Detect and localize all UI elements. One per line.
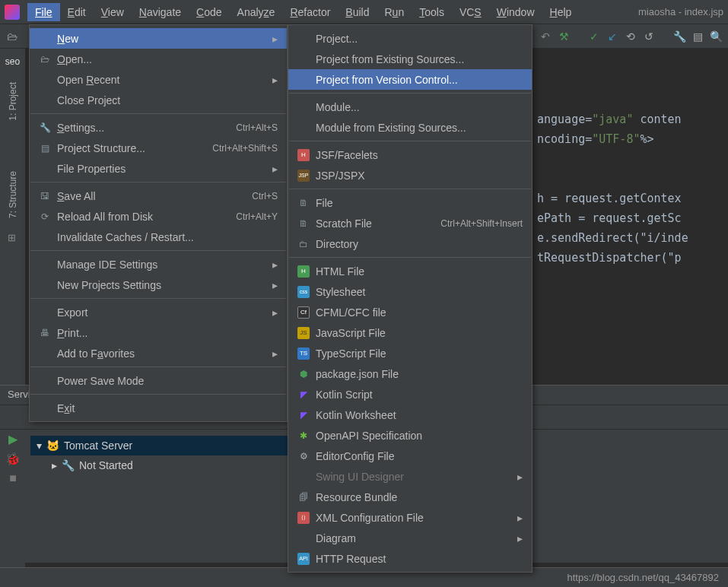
file-settings[interactable]: 🔧Settings...Ctrl+Alt+S	[30, 117, 287, 138]
new-directory[interactable]: 🗀Directory	[288, 233, 532, 254]
file-new-projects-settings[interactable]: ·New Projects Settings▸	[30, 274, 287, 295]
chevron-right-icon: ▸	[272, 163, 278, 175]
file-open-recent[interactable]: ·Open Recent▸	[30, 69, 287, 90]
file-power-save[interactable]: ·Power Save Mode	[30, 370, 287, 391]
file-open[interactable]: 🗁Open...	[30, 49, 287, 69]
back-icon[interactable]: ↶	[539, 30, 552, 43]
app-logo-icon	[5, 5, 20, 20]
save-icon: 🖫	[39, 190, 51, 202]
check-icon[interactable]: ✓	[588, 30, 600, 43]
menu-refactor[interactable]: Refactor	[282, 3, 338, 21]
kotlin-ws-icon: ◤	[297, 409, 310, 421]
jsf-icon: H	[297, 149, 310, 161]
file-invalidate[interactable]: ·Invalidate Caches / Restart...	[30, 227, 287, 247]
window-title: miaosha - index.jsp	[638, 6, 723, 17]
new-xml-config[interactable]: ⟨⟩XML Configuration File▸	[288, 507, 532, 528]
project-structure-icon: ▤	[39, 142, 51, 154]
tree-label: Not Started	[79, 459, 133, 471]
wrench-icon: 🔧	[62, 459, 75, 471]
file-print[interactable]: 🖶Print...	[30, 322, 287, 343]
menu-file[interactable]: File	[27, 3, 60, 21]
file-save-all[interactable]: 🖫Save AllCtrl+S	[30, 186, 287, 206]
menu-vcs[interactable]: VCS	[452, 3, 489, 21]
menu-tools[interactable]: Tools	[412, 3, 452, 21]
file-project-structure[interactable]: ▤Project Structure...Ctrl+Alt+Shift+S	[30, 138, 287, 158]
menu-build[interactable]: Build	[338, 3, 377, 21]
new-jsp[interactable]: JSPJSP/JSPX	[288, 165, 532, 186]
directory-icon: 🗀	[297, 238, 310, 250]
menu-code[interactable]: Code	[189, 3, 229, 21]
new-swing[interactable]: ·Swing UI Designer▸	[288, 466, 532, 487]
menu-navigate[interactable]: Navigate	[132, 3, 189, 21]
revert-icon[interactable]: ↺	[643, 30, 655, 43]
new-project-existing[interactable]: ·Project from Existing Sources...	[288, 49, 532, 69]
tree-label: Tomcat Server	[64, 439, 132, 452]
hammer-icon[interactable]: ⚒	[558, 30, 570, 43]
menu-window[interactable]: Window	[489, 3, 542, 21]
new-resource-bundle[interactable]: 🗐Resource Bundle	[288, 487, 532, 507]
menu-analyze[interactable]: Analyze	[230, 3, 283, 21]
new-js[interactable]: JSJavaScript File	[288, 322, 532, 343]
stop-icon[interactable]: ■	[7, 472, 19, 484]
open-folder-icon[interactable]: 🗁	[6, 30, 18, 43]
tab-seo[interactable]: seo	[1, 55, 24, 68]
new-stylesheet[interactable]: cssStylesheet	[288, 281, 532, 302]
xml-icon: ⟨⟩	[297, 512, 310, 524]
chevron-right-icon: ▸	[272, 347, 278, 360]
chevron-right-icon: ▸	[52, 459, 57, 471]
update-icon[interactable]: ↙	[606, 30, 618, 43]
settings-icon[interactable]: 🔧	[673, 30, 685, 43]
new-file[interactable]: 🗎File	[288, 192, 532, 213]
new-module-existing[interactable]: ·Module from Existing Sources...	[288, 117, 532, 138]
menu-run[interactable]: Run	[377, 3, 412, 21]
file-icon: 🗎	[297, 197, 310, 209]
new-project[interactable]: ·Project...	[288, 28, 532, 49]
api-icon: API	[297, 553, 310, 565]
new-project-vcs[interactable]: ·Project from Version Control...	[288, 69, 532, 90]
file-properties[interactable]: ·File Properties▸	[30, 158, 287, 179]
file-dropdown: ·New▸ 🗁Open... ·Open Recent▸ ·Close Proj…	[29, 24, 288, 422]
tab-project[interactable]: 1: Project	[6, 78, 20, 125]
chevron-down-icon: ▾	[37, 439, 42, 452]
menu-view[interactable]: View	[94, 3, 132, 21]
menu-edit[interactable]: Edit	[60, 3, 94, 21]
print-icon: 🖶	[39, 327, 51, 339]
new-diagram[interactable]: ·Diagram▸	[288, 528, 532, 548]
new-package-json[interactable]: ⬢package.json File	[288, 363, 532, 384]
new-kotlin-ws[interactable]: ◤Kotlin Worksheet	[288, 405, 532, 425]
new-openapi[interactable]: ✱OpenAPI Specification	[288, 425, 532, 446]
services-tree: ▾ 🐱 Tomcat Server ▸ 🔧 Not Started	[30, 436, 289, 475]
run-icon[interactable]: ▶	[7, 433, 19, 445]
new-http-request[interactable]: APIHTTP Request	[288, 548, 532, 569]
new-jsf[interactable]: HJSF/Facelets	[288, 144, 532, 165]
status-url: https://blog.csdn.net/qq_43467892	[567, 572, 720, 583]
tree-row-notstarted[interactable]: ▸ 🔧 Not Started	[30, 455, 289, 475]
cfml-icon: Cf	[297, 306, 310, 319]
file-export[interactable]: ·Export▸	[30, 302, 287, 322]
file-exit[interactable]: ·Exit	[30, 398, 287, 418]
tab-structure[interactable]: 7: Structure	[6, 167, 20, 223]
file-manage-ide[interactable]: ·Manage IDE Settings▸	[30, 254, 287, 274]
ts-icon: TS	[297, 347, 310, 360]
editor[interactable]: anguage="java" conten ncoding="UTF-8"%> …	[532, 49, 728, 376]
new-kotlin-script[interactable]: ◤Kotlin Script	[288, 384, 532, 405]
file-reload[interactable]: ⟳Reload All from DiskCtrl+Alt+Y	[30, 206, 287, 227]
new-html[interactable]: HHTML File	[288, 261, 532, 281]
scratch-icon: 🗎	[297, 217, 310, 230]
new-scratch[interactable]: 🗎Scratch FileCtrl+Alt+Shift+Insert	[288, 213, 532, 233]
css-icon: css	[297, 286, 310, 298]
new-cfml[interactable]: CfCFML/CFC file	[288, 302, 532, 322]
file-close-project[interactable]: ·Close Project	[30, 90, 287, 110]
search-icon[interactable]: 🔍	[710, 30, 722, 43]
panel-icon[interactable]: ▤	[691, 30, 704, 43]
file-favorites[interactable]: ·Add to Favorites▸	[30, 343, 287, 363]
file-new[interactable]: ·New▸	[30, 28, 287, 49]
debug-icon[interactable]: 🐞	[7, 452, 19, 465]
new-module[interactable]: ·Module...	[288, 97, 532, 117]
new-ts[interactable]: TSTypeScript File	[288, 343, 532, 363]
new-editorconfig[interactable]: ⚙EditorConfig File	[288, 446, 532, 466]
tree-row-tomcat[interactable]: ▾ 🐱 Tomcat Server	[30, 436, 289, 455]
history-icon[interactable]: ⟲	[625, 30, 637, 43]
folder-icon: 🗁	[39, 53, 51, 65]
menu-help[interactable]: Help	[542, 3, 580, 21]
